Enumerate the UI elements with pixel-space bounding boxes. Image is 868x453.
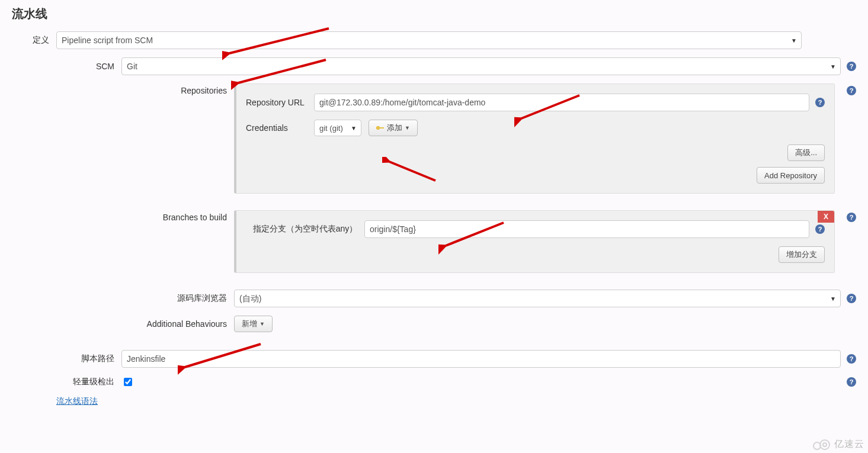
definition-select[interactable]: Pipeline script from SCM xyxy=(56,31,802,49)
add-behaviour-button[interactable]: 新增 ▼ xyxy=(234,316,273,332)
help-icon[interactable]: ? xyxy=(815,98,825,107)
scm-label: SCM xyxy=(12,62,121,71)
credentials-label: Credentials xyxy=(246,123,314,133)
add-behaviour-label: 新增 xyxy=(242,319,257,329)
repositories-panel: Repository URL ? Credentials git (git) ▼ xyxy=(234,83,835,194)
branch-spec-label: 指定分支（为空时代表any） xyxy=(246,224,364,234)
script-path-label: 脚本路径 xyxy=(12,354,121,364)
key-icon xyxy=(376,126,385,130)
pipeline-syntax-link[interactable]: 流水线语法 xyxy=(56,396,98,407)
add-credentials-label: 添加 xyxy=(387,123,402,133)
scm-select[interactable]: Git xyxy=(121,57,841,75)
help-icon[interactable]: ? xyxy=(847,213,856,222)
add-credentials-button[interactable]: 添加 ▼ xyxy=(369,120,418,136)
lightweight-label: 轻量级检出 xyxy=(12,377,121,387)
repo-url-input[interactable] xyxy=(314,94,809,111)
add-branch-button[interactable]: 增加分支 xyxy=(779,246,825,263)
help-icon[interactable]: ? xyxy=(847,377,856,387)
lightweight-checkbox[interactable] xyxy=(124,378,132,386)
help-icon[interactable]: ? xyxy=(847,86,856,95)
branches-label: Branches to build xyxy=(12,210,234,222)
branch-spec-input[interactable] xyxy=(364,220,809,238)
repositories-label: Repositories xyxy=(12,83,234,95)
help-icon[interactable]: ? xyxy=(815,224,825,234)
help-icon[interactable]: ? xyxy=(847,62,856,71)
caret-icon: ▼ xyxy=(260,321,265,327)
section-title: 流水线 xyxy=(12,0,856,31)
repo-browser-label: 源码库浏览器 xyxy=(12,293,234,304)
add-repository-button[interactable]: Add Repository xyxy=(757,167,825,184)
help-icon[interactable]: ? xyxy=(847,294,856,303)
script-path-input[interactable] xyxy=(121,350,841,368)
repo-browser-select[interactable]: (自动) xyxy=(234,290,841,307)
additional-behaviours-label: Additional Behaviours xyxy=(12,319,234,329)
credentials-select[interactable]: git (git) xyxy=(314,120,361,136)
caret-icon: ▼ xyxy=(405,125,410,131)
remove-branch-button[interactable]: X xyxy=(818,211,834,223)
advanced-button[interactable]: 高级... xyxy=(787,144,825,161)
repo-url-label: Repository URL xyxy=(246,98,314,107)
definition-label: 定义 xyxy=(12,35,56,46)
help-icon[interactable]: ? xyxy=(847,354,856,364)
branches-panel: X 指定分支（为空时代表any） ? 增加分支 xyxy=(234,210,835,273)
